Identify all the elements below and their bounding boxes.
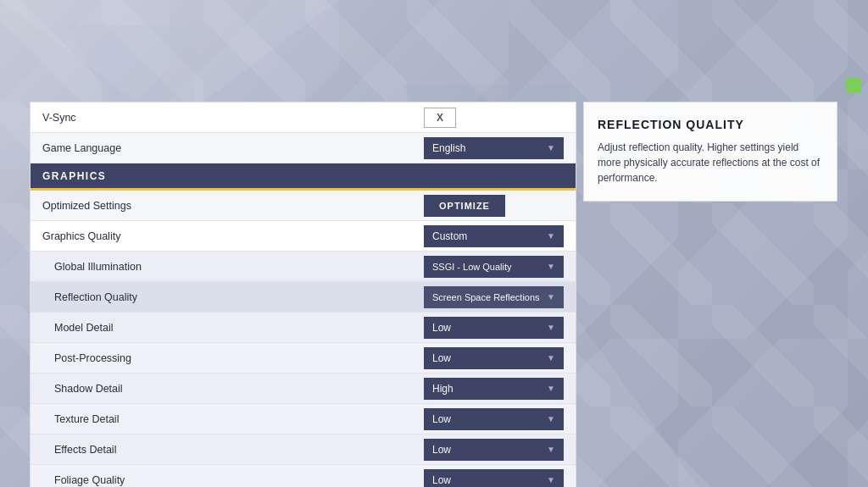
model-detail-control: Low ▼: [424, 317, 564, 339]
shadow-detail-row: Shadow Detail High ▼: [31, 374, 576, 404]
shadow-detail-dropdown[interactable]: High ▼: [424, 378, 564, 400]
chevron-down-icon: ▼: [547, 353, 555, 362]
post-processing-dropdown[interactable]: Low ▼: [424, 347, 564, 369]
optimized-settings-control: OPTIMIZE: [424, 195, 564, 217]
chevron-down-icon: ▼: [547, 292, 555, 302]
reflection-quality-dropdown[interactable]: Screen Space Reflections ▼: [424, 286, 564, 308]
texture-detail-value: Low: [432, 413, 451, 425]
foliage-quality-value: Low: [432, 474, 451, 486]
status-indicator: [846, 78, 861, 93]
optimized-settings-row: Optimized Settings OPTIMIZE: [31, 191, 576, 221]
chevron-down-icon: ▼: [547, 414, 555, 423]
global-illumination-row: Global Illumination SSGI - Low Quality ▼: [31, 252, 576, 282]
shadow-detail-label: Shadow Detail: [54, 383, 424, 395]
settings-panel: V-Sync X Game Language English ▼ GRAPHIC…: [30, 102, 576, 487]
texture-detail-row: Texture Detail Low ▼: [31, 404, 576, 434]
game-language-row: Game Language English ▼: [31, 133, 576, 163]
global-illumination-dropdown[interactable]: SSGI - Low Quality ▼: [424, 256, 564, 278]
reflection-quality-value: Screen Space Reflections: [432, 292, 540, 302]
graphics-quality-value: Custom: [432, 230, 467, 242]
effects-detail-control: Low ▼: [424, 439, 564, 461]
graphics-quality-row: Graphics Quality Custom ▼: [31, 221, 576, 252]
game-language-label: Game Language: [42, 142, 424, 154]
vsync-x-button[interactable]: X: [424, 108, 456, 128]
foliage-quality-row: Foliage Quality Low ▼: [31, 465, 576, 487]
graphics-quality-control: Custom ▼: [424, 225, 564, 247]
optimized-settings-label: Optimized Settings: [42, 200, 424, 212]
game-language-value: English: [432, 142, 465, 154]
foliage-quality-label: Foliage Quality: [54, 474, 424, 486]
info-panel-title: REFLECTION QUALITY: [598, 118, 823, 131]
effects-detail-label: Effects Detail: [54, 444, 424, 456]
chevron-down-icon: ▼: [547, 445, 555, 454]
vsync-row: V-Sync X: [31, 102, 576, 133]
shadow-detail-value: High: [432, 383, 453, 395]
global-illumination-control: SSGI - Low Quality ▼: [424, 256, 564, 278]
texture-detail-control: Low ▼: [424, 408, 564, 430]
effects-detail-value: Low: [432, 444, 451, 456]
foliage-quality-dropdown[interactable]: Low ▼: [424, 469, 564, 488]
post-processing-value: Low: [432, 352, 451, 364]
effects-detail-dropdown[interactable]: Low ▼: [424, 439, 564, 461]
chevron-down-icon: ▼: [547, 384, 555, 393]
graphics-section-header: GRAPHICS: [31, 163, 576, 191]
post-processing-control: Low ▼: [424, 347, 564, 369]
chevron-down-icon: ▼: [547, 143, 555, 152]
post-processing-label: Post-Processing: [54, 352, 424, 364]
info-panel: REFLECTION QUALITY Adjust reflection qua…: [583, 102, 837, 202]
model-detail-value: Low: [432, 322, 451, 334]
reflection-quality-row: Reflection Quality Screen Space Reflecti…: [31, 282, 576, 313]
graphics-quality-label: Graphics Quality: [42, 230, 424, 242]
game-language-control: English ▼: [424, 137, 564, 159]
chevron-down-icon: ▼: [547, 475, 555, 484]
model-detail-dropdown[interactable]: Low ▼: [424, 317, 564, 339]
foliage-quality-control: Low ▼: [424, 469, 564, 488]
global-illumination-label: Global Illumination: [54, 261, 424, 273]
texture-detail-label: Texture Detail: [54, 413, 424, 425]
global-illumination-value: SSGI - Low Quality: [432, 262, 512, 272]
chevron-down-icon: ▼: [547, 231, 555, 241]
effects-detail-row: Effects Detail Low ▼: [31, 434, 576, 465]
optimize-button[interactable]: OPTIMIZE: [424, 195, 505, 217]
vsync-control: X: [424, 108, 564, 128]
texture-detail-dropdown[interactable]: Low ▼: [424, 408, 564, 430]
post-processing-row: Post-Processing Low ▼: [31, 343, 576, 374]
game-language-dropdown[interactable]: English ▼: [424, 137, 564, 159]
graphics-section-label: GRAPHICS: [42, 170, 106, 182]
vsync-label: V-Sync: [42, 112, 424, 124]
graphics-quality-dropdown[interactable]: Custom ▼: [424, 225, 564, 247]
shadow-detail-control: High ▼: [424, 378, 564, 400]
chevron-down-icon: ▼: [547, 262, 555, 271]
chevron-down-icon: ▼: [547, 323, 555, 332]
model-detail-label: Model Detail: [54, 322, 424, 334]
reflection-quality-label: Reflection Quality: [54, 291, 424, 303]
reflection-quality-control: Screen Space Reflections ▼: [424, 286, 564, 308]
model-detail-row: Model Detail Low ▼: [31, 313, 576, 343]
info-panel-description: Adjust reflection quality. Higher settin…: [598, 140, 823, 185]
